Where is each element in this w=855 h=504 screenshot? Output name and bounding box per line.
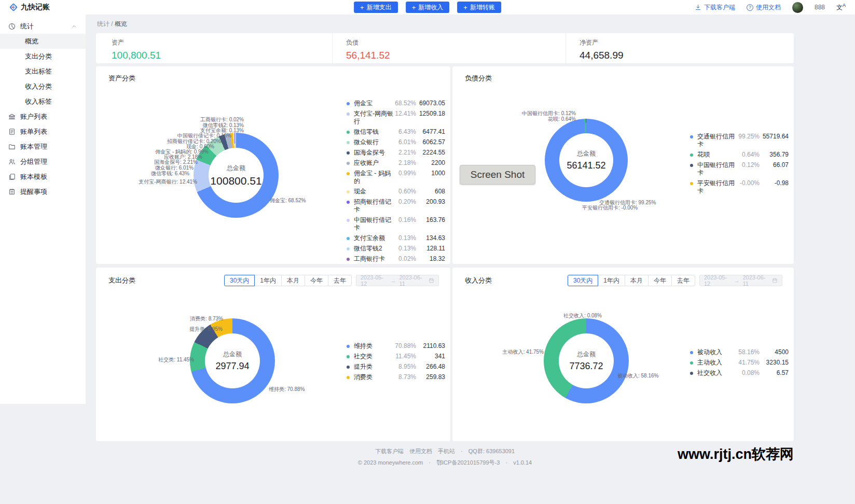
add-expense-button[interactable]: + 新增支出 [354, 2, 398, 13]
range-tab-1[interactable]: 1年内 [598, 275, 625, 286]
range-tab-3[interactable]: 今年 [648, 275, 672, 286]
sidebar-item-templates[interactable]: 账本模板 [0, 169, 86, 184]
sidebar-item-reminders[interactable]: 提醒事项 [0, 184, 86, 199]
legend-value: 259.83 [416, 373, 445, 381]
legend-item[interactable]: 社交收入0.08%6.57 [690, 369, 790, 377]
sidebar-item-statistics[interactable]: 统计 [0, 19, 86, 34]
liabilities-donut-chart[interactable]: 总金额 56141.52 [545, 119, 628, 202]
add-income-button[interactable]: + 新增收入 [406, 2, 450, 13]
charts-grid: 资产分类 总金额 100800.51 佣金宝68.52%69073.05支付宝-… [96, 66, 794, 441]
legend-dot [347, 237, 350, 240]
legend-item[interactable]: 被动收入58.16%4500 [690, 348, 790, 356]
legend-label: 维持类 [354, 342, 393, 350]
slice-callout-label: 被动收入: 58.16% [617, 372, 658, 380]
sidebar-item-expense-tag[interactable]: 支出标签 [0, 64, 86, 79]
legend-item[interactable]: 现金0.60%608 [347, 188, 446, 195]
legend-percent: 0.13% [393, 234, 416, 242]
expense-legend: 维持类70.88%2110.63社交类11.45%341提升类8.95%266.… [347, 342, 446, 384]
footer-download-link[interactable]: 下载客户端 [375, 448, 404, 454]
legend-item[interactable]: 应收账户2.18%2200 [347, 159, 446, 167]
legend-label: 主动收入 [697, 359, 737, 367]
calendar-icon [772, 277, 778, 284]
total-label: 总金额 [227, 164, 245, 173]
legend-item[interactable]: 主动收入41.75%3230.15 [690, 359, 790, 367]
card-title: 负债分类 [465, 74, 492, 83]
legend-percent: 6.01% [393, 138, 416, 146]
range-tab-0[interactable]: 30天内 [224, 275, 255, 286]
username-text: 888 [815, 4, 825, 11]
legend-percent: 58.16% [737, 348, 760, 356]
legend-item[interactable]: 消费类8.73%259.83 [347, 373, 446, 381]
legend-dot [347, 102, 350, 105]
income-donut-chart[interactable]: 总金额 7736.72 [544, 318, 629, 403]
legend-item[interactable]: 招商银行借记卡0.20%200.93 [347, 198, 446, 214]
add-transfer-button[interactable]: + 新增转账 [457, 2, 501, 13]
legend-dot [690, 153, 693, 157]
sidebar-item-label: 统计 [20, 22, 34, 31]
legend-item[interactable]: 花呗0.64%356.79 [690, 151, 790, 159]
language-switch-icon[interactable]: 文A [836, 3, 846, 12]
footer-mobile-link[interactable]: 手机站 [438, 448, 455, 454]
sidebar-item-income-tag[interactable]: 收入标签 [0, 94, 86, 109]
footer-icp[interactable]: 鄂ICP备2021015799号-3 [436, 459, 500, 466]
docs-link[interactable]: ? 使用文档 [747, 3, 781, 12]
sidebar-item-expense-category[interactable]: 支出分类 [0, 49, 86, 64]
total-label: 总金额 [577, 149, 596, 158]
donut-center: 总金额 7736.72 [559, 333, 614, 388]
arrow-icon: → [734, 277, 739, 284]
date-range-picker[interactable]: 2023-05-12 → 2023-06-11 [699, 275, 782, 286]
assets-value: 100,800.51 [112, 50, 332, 61]
legend-label: 国海金探号 [354, 149, 393, 157]
legend-dot [347, 201, 350, 204]
legend-item[interactable]: 提升类8.95%266.48 [347, 363, 446, 371]
donut-center: 总金额 2977.94 [205, 333, 260, 388]
sidebar-item-groups[interactable]: 分组管理 [0, 154, 86, 169]
legend-item[interactable]: 交通银行信用卡99.25%55719.64 [690, 133, 790, 148]
legend-item[interactable]: 微信零钱20.13%128.11 [347, 245, 446, 253]
range-tab-4[interactable]: 去年 [328, 275, 352, 286]
sidebar-item-income-category[interactable]: 收入分类 [0, 79, 86, 94]
legend-item[interactable]: 佣金宝 - 妈妈的0.99%1000 [347, 170, 446, 185]
sidebar-item-accounts[interactable]: 账户列表 [0, 109, 86, 124]
sidebar-item-overview[interactable]: 概览 [0, 34, 86, 49]
range-tab-4[interactable]: 去年 [671, 275, 695, 286]
legend-item[interactable]: 平安银行信用卡-0.00%-0.98 [690, 179, 790, 195]
legend-item[interactable]: 支付宝-网商银行12.41%12509.18 [347, 110, 446, 125]
date-range-picker[interactable]: 2023-05-12 → 2023-06-11 [356, 275, 439, 286]
legend-item[interactable]: 中国银行借记卡0.16%163.76 [347, 216, 446, 232]
legend-item[interactable]: 工商银行卡0.02%18.32 [347, 255, 446, 263]
legend-item[interactable]: 支付宝余额0.13%134.63 [347, 234, 446, 242]
sidebar-item-label: 提醒事项 [20, 187, 47, 197]
legend-item[interactable]: 国海金探号2.21%2224.55 [347, 149, 446, 157]
range-tab-1[interactable]: 1年内 [254, 275, 282, 286]
user-avatar[interactable] [792, 2, 803, 13]
download-icon [695, 4, 701, 11]
expense-filter-tools: 30天内1年内本月今年去年 2023-05-12 → 2023-06-11 [224, 275, 439, 286]
range-tab-2[interactable]: 本月 [625, 275, 649, 286]
breadcrumb-parent[interactable]: 统计 [97, 20, 109, 27]
legend-dot [690, 164, 693, 167]
legend-percent: 2.18% [393, 159, 416, 167]
assets-legend: 佣金宝68.52%69073.05支付宝-网商银行12.41%12509.18微… [347, 100, 446, 265]
slice-callout-label: 花呗: 0.64% [548, 116, 576, 123]
sidebar-item-label: 分组管理 [20, 157, 47, 166]
legend-item[interactable]: 微信零钱6.43%6477.41 [347, 128, 446, 136]
legend-item[interactable]: 维持类70.88%2110.63 [347, 342, 446, 350]
legend-dot [347, 151, 350, 155]
legend-percent: 11.45% [393, 353, 416, 360]
sidebar-item-ledgers[interactable]: 账本管理 [0, 139, 86, 154]
legend-item[interactable]: 社交类11.45%341 [347, 353, 446, 360]
navbar-actions: + 新增支出 + 新增收入 + 新增转账 [354, 2, 501, 13]
legend-item[interactable]: 中国银行信用卡0.12%66.07 [690, 161, 790, 177]
legend-item[interactable]: 微众银行6.01%6062.57 [347, 138, 446, 146]
legend-label: 支付宝-网商银行 [354, 110, 393, 125]
footer-docs-link[interactable]: 使用文档 [409, 448, 432, 454]
range-tab-3[interactable]: 今年 [305, 275, 328, 286]
range-tab-2[interactable]: 本月 [281, 275, 305, 286]
download-client-link[interactable]: 下载客户端 [695, 3, 735, 12]
sidebar-item-bills[interactable]: 账单列表 [0, 124, 86, 139]
range-tab-0[interactable]: 30天内 [568, 275, 598, 286]
app-logo[interactable]: 九快记账 [9, 3, 87, 12]
legend-item[interactable]: 佣金宝68.52%69073.05 [347, 100, 446, 107]
income-category-card: 收入分类 30天内1年内本月今年去年 2023-05-12 → 2023-06-… [452, 268, 794, 441]
